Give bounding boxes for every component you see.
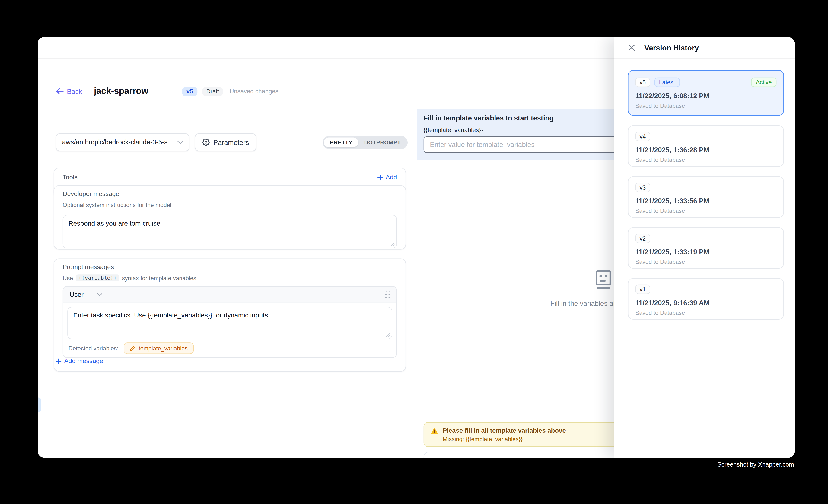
variable-syntax-hint: Use {{variable}} syntax for template var…	[63, 275, 397, 281]
version-history-panel: Version History v5 Latest Active 11/22/2…	[614, 37, 794, 458]
add-tool-button[interactable]: Add	[377, 173, 397, 181]
developer-message-title: Developer message	[63, 190, 397, 198]
version-number-chip: v4	[635, 132, 650, 141]
tools-title: Tools	[63, 173, 78, 181]
warning-missing-text: Missing: {{template_variables}}	[443, 436, 619, 442]
warning-icon	[430, 427, 438, 434]
plus-icon	[56, 358, 61, 364]
version-note: Saved to Database	[635, 208, 777, 214]
tools-header: Tools Add	[63, 173, 397, 181]
warning-title: Please fill in all template variables ab…	[443, 427, 566, 434]
draft-badge: Draft	[202, 87, 223, 96]
template-warning: Please fill in all template variables ab…	[424, 422, 626, 447]
version-number-chip: v5	[635, 78, 650, 87]
close-icon[interactable]	[628, 44, 635, 51]
prompt-messages-card: Prompt messages Use {{variable}} syntax …	[54, 259, 406, 372]
unsaved-changes-text: Unsaved changes	[230, 88, 279, 94]
version-card[interactable]: v3 11/21/2025, 1:33:56 PM Saved to Datab…	[628, 176, 784, 217]
version-note: Saved to Database	[635, 259, 777, 265]
developer-message-subtitle: Optional system instructions for the mod…	[63, 202, 397, 208]
version-badges-row: v1	[635, 285, 777, 294]
template-variable-name: template_variables	[139, 345, 188, 351]
version-card[interactable]: v2 11/21/2025, 1:33:19 PM Saved to Datab…	[628, 227, 784, 268]
detected-variables-row: Detected variables: template_variables	[67, 342, 392, 354]
version-timestamp: 11/21/2025, 9:16:39 AM	[635, 299, 777, 307]
hint-suffix: syntax for template variables	[122, 275, 196, 281]
version-badges-row: v5 Latest Active	[635, 78, 777, 87]
chevron-down-icon	[177, 140, 183, 144]
version-badge: v5	[182, 87, 197, 96]
role-select[interactable]: User	[70, 291, 102, 298]
hint-prefix: Use	[63, 275, 73, 281]
user-message-input[interactable]: Enter task specifics. Use {{template_var…	[67, 307, 392, 339]
plus-icon	[377, 174, 383, 180]
add-message-button[interactable]: Add message	[56, 357, 103, 365]
app-window: Back jack-sparrow v5 Draft Unsaved chang…	[38, 37, 794, 458]
version-card[interactable]: v4 11/21/2025, 1:36:28 PM Saved to Datab…	[628, 125, 784, 167]
version-history-header: Version History	[614, 37, 794, 59]
template-variable-input[interactable]	[424, 136, 626, 153]
version-badges-row: v4	[635, 132, 777, 141]
parameters-button[interactable]: Parameters	[195, 133, 256, 151]
format-toggle: PRETTY DOTPROMPT	[323, 136, 408, 149]
version-card[interactable]: v5 Latest Active 11/22/2025, 6:08:12 PM …	[628, 70, 784, 116]
model-select[interactable]: aws/anthropic/bedrock-claude-3-5-s...	[56, 133, 190, 151]
prompt-editor-panel: Back jack-sparrow v5 Draft Unsaved chang…	[38, 59, 417, 458]
screenshot-stage: Back jack-sparrow v5 Draft Unsaved chang…	[0, 0, 828, 504]
role-select-value: User	[70, 291, 83, 298]
pencil-icon	[130, 345, 135, 351]
toggle-pretty[interactable]: PRETTY	[324, 137, 358, 147]
version-list: v5 Latest Active 11/22/2025, 6:08:12 PM …	[614, 59, 794, 320]
version-timestamp: 11/21/2025, 1:33:56 PM	[635, 197, 777, 205]
add-tool-label: Add	[385, 173, 397, 181]
version-card[interactable]: v1 11/21/2025, 9:16:39 AM Saved to Datab…	[628, 278, 784, 320]
version-note: Saved to Database	[635, 309, 777, 316]
add-message-label: Add message	[64, 357, 103, 365]
version-number-chip: v2	[635, 234, 650, 243]
version-history-title: Version History	[644, 43, 699, 52]
badge-group: v5 Draft	[182, 87, 223, 96]
prompt-messages-title: Prompt messages	[63, 263, 397, 270]
template-variable-label: {{template_variables}}	[424, 127, 483, 133]
version-timestamp: 11/21/2025, 1:36:28 PM	[635, 146, 777, 154]
template-variable-chip[interactable]: template_variables	[124, 342, 194, 354]
detected-variables-label: Detected variables:	[69, 345, 119, 351]
watermark-text: Screenshot by Xnapper.com	[717, 461, 794, 468]
version-note: Saved to Database	[635, 157, 777, 163]
version-note: Saved to Database	[635, 102, 777, 109]
message-block: User Enter task specifics. Use {{templat…	[63, 286, 397, 358]
developer-message-card: Developer message Optional system instru…	[54, 185, 406, 249]
back-label: Back	[67, 87, 82, 95]
version-timestamp: 11/22/2025, 6:08:12 PM	[635, 92, 777, 100]
drag-handle-icon[interactable]	[385, 291, 390, 298]
model-toolbar: aws/anthropic/bedrock-claude-3-5-s... Pa…	[56, 133, 408, 152]
robot-icon	[593, 270, 614, 291]
developer-message-input[interactable]: Respond as you are tom cruise	[63, 215, 397, 248]
panel-divider	[417, 59, 417, 458]
gear-icon	[202, 138, 210, 146]
version-badges-row: v3	[635, 182, 777, 192]
chat-input-card[interactable]	[424, 452, 626, 458]
version-badges-row: v2	[635, 234, 777, 243]
version-number-chip: v3	[635, 182, 650, 192]
breadcrumb-row: Back jack-sparrow v5 Draft Unsaved chang…	[56, 84, 407, 98]
page-title: jack-sparrow	[94, 86, 148, 96]
latest-badge: Latest	[654, 78, 680, 87]
active-badge: Active	[751, 78, 777, 87]
collapsed-drawer-handle[interactable]	[38, 398, 41, 412]
version-number-chip: v1	[635, 285, 650, 294]
arrow-left-icon	[56, 88, 64, 94]
parameters-label: Parameters	[213, 138, 249, 146]
version-timestamp: 11/21/2025, 1:33:19 PM	[635, 248, 777, 256]
chevron-down-icon	[97, 293, 102, 296]
variable-code-chip: {{variable}}	[76, 275, 119, 281]
message-body: Enter task specifics. Use {{template_var…	[63, 303, 397, 358]
back-button[interactable]: Back	[56, 87, 82, 95]
message-header: User	[63, 287, 397, 303]
template-variables-heading: Fill in template variables to start test…	[424, 114, 554, 122]
model-select-value: aws/anthropic/bedrock-claude-3-5-s...	[62, 138, 173, 146]
toggle-dotprompt[interactable]: DOTPROMPT	[358, 137, 407, 147]
